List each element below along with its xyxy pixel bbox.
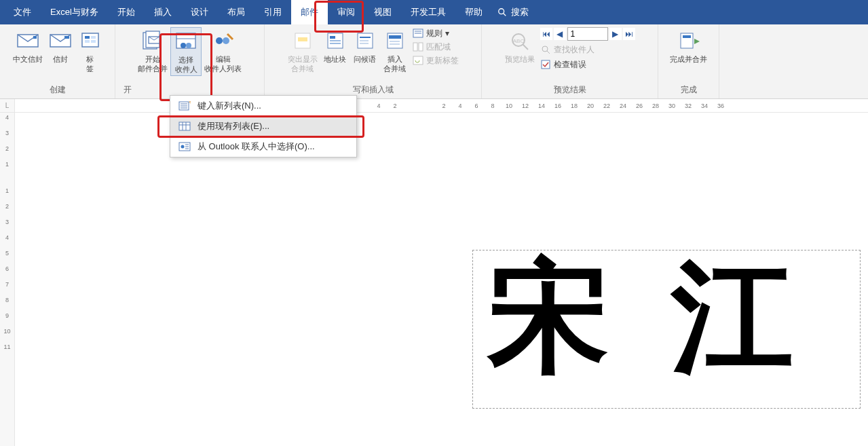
svg-rect-24 [330,36,335,39]
tab-mail[interactable]: 邮件 [291,0,328,24]
check-errors-button[interactable]: 检查错误 [540,58,635,71]
dropdown-existing-list[interactable]: 使用现有列表(E)... [170,116,356,136]
search-label: 搜索 [511,6,529,18]
address-block-button[interactable]: 地址块 [320,27,350,65]
tab-insert[interactable]: 插入 [145,0,181,24]
ruler-tick: 14 [533,103,550,109]
svg-rect-5 [64,36,69,39]
mail-merge-icon [140,29,165,53]
ruler-tick: 7 [5,281,9,293]
tab-start[interactable]: 开始 [108,0,145,24]
select-recipients-button[interactable]: 选择 收件人 [170,27,202,76]
address-block-icon [323,29,347,53]
prev-record-button[interactable]: ◀ [554,28,566,40]
big-text: 宋江 [488,257,845,379]
check-errors-label: 检查错误 [554,59,586,71]
finish-merge-button[interactable]: 完成并合并 [667,27,710,65]
tab-dev[interactable]: 开发工具 [401,0,455,24]
next-record-button[interactable]: ▶ [609,28,622,40]
svg-rect-8 [91,36,96,39]
select-recipients-dropdown: ✎ 键入新列表(N)... 使用现有列表(E)... 从 Outlook 联系人… [170,95,357,157]
envelope-label: 信封 [53,54,68,64]
ruler-tick: 2 [5,145,9,157]
finish-merge-label: 完成并合并 [670,54,707,64]
tab-review[interactable]: 审阅 [328,0,364,24]
document-area: 43211234567891011 宋江 [0,113,868,446]
finish-icon [677,29,701,53]
ruler-tick: 28 [647,103,664,109]
tab-view[interactable]: 视图 [364,0,401,24]
preview-icon: ABC [508,29,532,53]
ruler-tick: 4 [452,103,468,109]
label-label: 标 签 [86,54,94,73]
svg-text:✎: ✎ [189,101,191,105]
preview-results-label: 预览结果 [505,54,535,64]
chinese-envelope-label: 中文信封 [13,54,43,64]
record-number-input[interactable] [567,27,608,41]
envelope-button[interactable]: 信封 [45,27,75,65]
horizontal-ruler[interactable]: 24224681012141618202224262830323436 [15,103,868,109]
svg-rect-6 [82,33,98,47]
label-button[interactable]: 标 签 [75,27,105,75]
search-icon [540,43,551,56]
greeting-line-button[interactable]: 问候语 [350,27,380,65]
svg-rect-48 [683,35,691,38]
edit-recipients-icon [211,29,235,53]
first-record-button[interactable]: ⏮ [540,28,552,40]
label-icon [78,29,102,53]
svg-text:ABC: ABC [512,38,524,44]
edit-recipients-label: 编辑 收件人列表 [204,54,242,73]
search-wrap[interactable]: 搜索 [497,6,529,18]
text-box[interactable]: 宋江 [472,250,861,409]
ruler-tick: 32 [680,103,696,109]
tab-layout[interactable]: 布局 [218,0,254,24]
insert-merge-field-button[interactable]: 插入 合并域 [380,27,410,75]
ribbon-tabs: 文件 Excel与财务 开始 插入 设计 布局 引用 邮件 审阅 视图 开发工具… [0,0,868,24]
start-mail-merge-button[interactable]: 开始 邮件合并 [135,27,170,75]
svg-marker-49 [694,39,700,44]
find-recipient-button: 查找收件人 [540,43,635,56]
dropdown-outlook-contacts[interactable]: 从 Outlook 联系人中选择(O)... [170,136,356,157]
chevron-down-icon: ▾ [445,29,449,38]
ruler-tick: 4 [5,234,9,246]
ruler-tick: 4 [371,103,387,109]
rules-button[interactable]: 规则 ▾ [413,27,459,39]
ruler-tick: 1 [5,161,9,172]
tab-reference[interactable]: 引用 [254,0,291,24]
ruler-tick: 36 [713,103,729,109]
tab-excel-finance[interactable]: Excel与财务 [41,0,108,24]
preview-results-button: ABC 预览结果 [502,27,537,65]
ruler-tick: 3 [5,130,9,141]
rules-icon [413,27,423,39]
dropdown-new-list[interactable]: ✎ 键入新列表(N)... [170,96,356,116]
svg-rect-32 [389,35,401,39]
document-page[interactable]: 宋江 [15,113,868,446]
tab-design[interactable]: 设计 [181,0,218,24]
svg-point-16 [181,43,186,48]
record-nav: ⏮ ◀ ▶ ⏭ [540,27,635,41]
edit-recipients-button[interactable]: 编辑 收件人列表 [202,27,244,75]
ruler-corner: L [0,99,15,113]
ruler-tick: 8 [485,103,501,109]
tab-file[interactable]: 文件 [4,0,41,24]
existing-list-icon [178,121,191,132]
match-icon [413,41,423,53]
check-icon [540,58,551,71]
tab-help[interactable]: 帮助 [455,0,492,24]
chinese-envelope-button[interactable]: 中文信封 [10,27,45,65]
group-finish-label: 完成 [664,84,713,96]
last-record-button[interactable]: ⏭ [623,28,635,40]
ruler-tick: 10 [3,328,10,339]
ruler-tick: 34 [696,103,713,109]
svg-rect-7 [85,36,90,39]
vertical-ruler[interactable]: 43211234567891011 [0,113,15,446]
rules-label: 规则 [426,28,442,39]
highlight-merge-field-button: 突出显示 合并域 [285,27,320,75]
ruler-tick: 26 [631,103,647,109]
svg-point-18 [216,37,223,44]
svg-point-0 [499,9,504,14]
ruler-tick: 1 [5,187,9,199]
greeting-label: 问候语 [354,54,376,64]
new-list-icon: ✎ [178,100,191,111]
ruler-tick: 12 [517,103,533,109]
